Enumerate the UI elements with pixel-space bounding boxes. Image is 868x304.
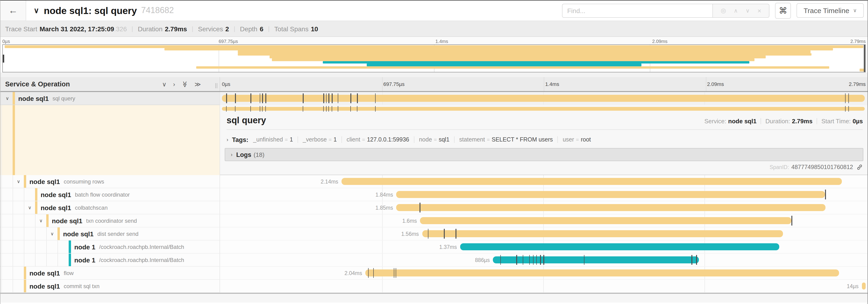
span-row[interactable]: node 1/cockroach.roachpb.Internal/Batch1… xyxy=(0,240,868,254)
minimap-span-row xyxy=(3,53,865,56)
span-bar[interactable] xyxy=(396,191,825,198)
span-row[interactable]: ∨node sql1consuming rows2.14ms xyxy=(0,175,868,188)
span-tree-cell[interactable]: node 1/cockroach.roachpb.Internal/Batch xyxy=(0,240,220,254)
span-bar[interactable] xyxy=(365,269,839,276)
span-row[interactable]: node sql1batch flow coordinator1.84ms xyxy=(0,188,868,201)
timeline-gridline xyxy=(382,228,382,240)
tags-row[interactable]: › Tags: _unfinished=1_verbose=1client=12… xyxy=(226,134,863,145)
span-timeline-cell[interactable]: 1.84ms xyxy=(220,188,868,201)
span-row[interactable]: node sql1flow2.04ms xyxy=(0,267,868,280)
span-accent-bar xyxy=(35,188,37,201)
back-button[interactable]: ← xyxy=(0,0,26,21)
span-bar[interactable] xyxy=(341,178,842,185)
span-timeline-cell[interactable]: 1.6ms xyxy=(220,214,868,228)
log-tick xyxy=(373,268,374,278)
span-timeline-cell[interactable]: 1.37ms xyxy=(220,240,868,254)
chevron-down-icon[interactable]: ∨ xyxy=(746,7,750,14)
span-bar[interactable] xyxy=(493,257,699,263)
keyboard-shortcuts-button[interactable]: ⌘ xyxy=(775,3,791,19)
column-resizer-handle[interactable] xyxy=(215,83,217,88)
chevron-down-icon[interactable]: ∨ xyxy=(17,175,20,188)
span-lane: 1.6ms xyxy=(221,214,866,227)
span-timeline-cell[interactable] xyxy=(220,92,868,105)
minimap-span-bar xyxy=(238,50,810,53)
tag-item: user=root xyxy=(563,136,591,143)
span-bar[interactable] xyxy=(396,204,826,211)
span-tree-cell[interactable]: ∨node sql1sql query xyxy=(0,92,220,105)
span-row[interactable]: node sql1commit sql txn14µs xyxy=(0,280,868,293)
logs-row[interactable]: › Logs (18) xyxy=(225,148,863,161)
span-tree-cell[interactable]: ∨node sql1colbatchscan xyxy=(0,201,220,214)
span-tree-cell[interactable]: node sql1commit sql txn xyxy=(0,280,220,293)
tag-value: SELECT * FROM users xyxy=(492,136,553,143)
span-row[interactable]: ∨node sql1sql query xyxy=(0,92,868,105)
collapse-one-icon[interactable]: ∨ xyxy=(162,81,166,87)
tag-equals: = xyxy=(329,137,332,142)
log-tick xyxy=(226,93,227,103)
link-icon[interactable] xyxy=(856,164,863,170)
span-labels: node sql1colbatchscan xyxy=(41,201,108,214)
chevron-down-icon[interactable]: ∨ xyxy=(51,228,54,240)
meta-separator xyxy=(816,118,817,124)
log-tick xyxy=(329,93,329,103)
collapse-all-icon[interactable]: ≫ xyxy=(182,81,188,87)
span-tree-cell[interactable]: ∨node sql1dist sender send xyxy=(0,228,220,240)
span-id-label: SpanID: xyxy=(770,164,789,170)
span-row[interactable]: node 1/cockroach.roachpb.Internal/Batch8… xyxy=(0,254,868,267)
minimap-right-drag-handle[interactable] xyxy=(864,45,865,72)
view-selector-button[interactable]: Trace Timeline ∨ xyxy=(797,3,864,18)
span-duration-label: 1.6ms xyxy=(402,214,420,228)
span-bar[interactable] xyxy=(420,217,792,224)
span-timeline-cell[interactable]: 2.14ms xyxy=(220,175,868,188)
tag-value: 1 xyxy=(334,136,337,143)
span-bar[interactable] xyxy=(422,230,783,237)
log-tick xyxy=(584,255,585,265)
find-input[interactable] xyxy=(562,3,712,18)
span-timeline-cell[interactable]: 14µs xyxy=(220,280,868,293)
span-row[interactable]: ∨node sql1txn coordinator send1.6ms xyxy=(0,214,868,228)
chevron-down-icon: ∨ xyxy=(853,7,857,13)
span-tree-cell[interactable]: node sql1batch flow coordinator xyxy=(0,188,220,201)
service-name: node sql1 xyxy=(29,282,60,290)
service-name: node sql1 xyxy=(41,191,71,198)
chevron-down-icon[interactable]: ∨ xyxy=(28,201,32,214)
chevron-down-icon[interactable]: ∨ xyxy=(39,214,43,227)
chevron-down-icon[interactable]: ∨ xyxy=(6,92,9,105)
span-tree-cell[interactable]: ∨node sql1consuming rows xyxy=(0,175,220,188)
span-row[interactable]: ∨node sql1dist sender send1.56ms xyxy=(0,228,868,240)
detail-span-bar-lane[interactable] xyxy=(221,106,866,112)
minimap-left-drag-handle[interactable] xyxy=(3,55,4,63)
summary-separator: | xyxy=(234,25,235,32)
expand-all-icon[interactable]: ≫ xyxy=(194,81,201,87)
span-timeline-cell[interactable]: 886µs xyxy=(220,254,868,267)
span-tree-cell[interactable]: ∨node sql1txn coordinator send xyxy=(0,214,220,228)
span-tree-cell[interactable]: node 1/cockroach.roachpb.Internal/Batch xyxy=(0,254,220,267)
span-timeline-cell[interactable]: 2.04ms xyxy=(220,267,868,280)
expand-one-icon[interactable]: › xyxy=(173,81,175,87)
chevron-up-icon[interactable]: ∧ xyxy=(734,7,738,14)
span-timeline-cell[interactable]: 1.85ms xyxy=(220,201,868,214)
trace-collapse-chevron-icon[interactable]: ∨ xyxy=(34,6,39,15)
span-bar[interactable] xyxy=(222,95,865,102)
operation-name: sql query xyxy=(53,95,75,102)
minimap-span-bar xyxy=(164,48,833,50)
span-timeline-cell[interactable]: 1.56ms xyxy=(220,228,868,240)
time-tick-label: 697.75µs xyxy=(219,39,238,44)
span-row[interactable]: ∨node sql1colbatchscan1.85ms xyxy=(0,201,868,214)
log-tick xyxy=(251,93,251,103)
tag-item: _unfinished=1 xyxy=(253,136,293,143)
span-tree-cell[interactable]: node sql1flow xyxy=(0,267,220,280)
time-tick-label: 2.79ms xyxy=(850,39,866,44)
service-name: node sql1 xyxy=(41,204,71,211)
indent-guide xyxy=(12,280,13,292)
span-bar[interactable] xyxy=(460,243,779,250)
indent-guide xyxy=(12,267,13,279)
timeline-minimap[interactable] xyxy=(2,44,866,72)
span-bar[interactable] xyxy=(862,282,866,290)
clear-icon[interactable]: × xyxy=(757,7,761,14)
minimap-span-row xyxy=(3,64,865,66)
detail-header-row: sql query Service:node sql1Duration:2.79… xyxy=(226,115,863,126)
tag-key: node xyxy=(419,136,432,143)
locate-icon[interactable]: ◎ xyxy=(721,7,726,14)
span-labels: node sql1txn coordinator send xyxy=(52,214,137,227)
